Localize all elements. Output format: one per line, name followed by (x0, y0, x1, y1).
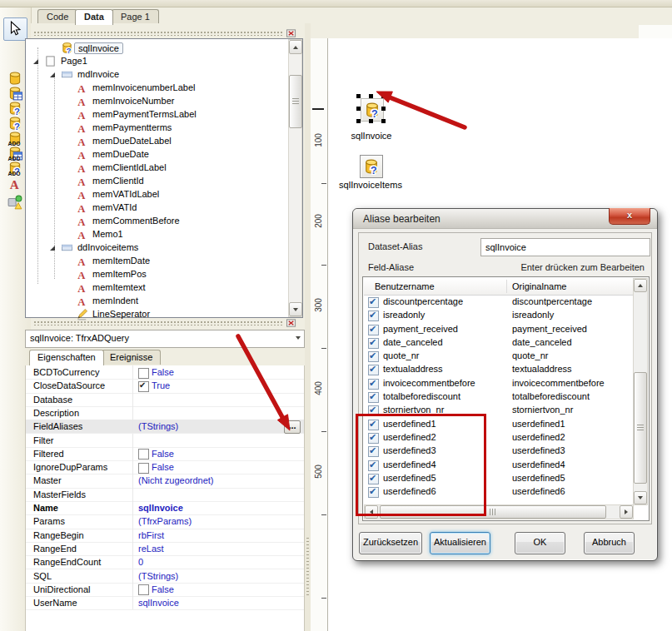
tab-data[interactable]: Data (75, 9, 113, 25)
tree-item[interactable]: memClientId (26, 175, 276, 188)
tree-item[interactable]: memDueDateLabel (26, 135, 276, 148)
tree-item-label[interactable]: memClientId (92, 176, 144, 186)
object-selector-combobox[interactable]: sqlInvoice: TfrxADQuery (25, 330, 305, 348)
column-benutzername[interactable]: Benutzername (375, 281, 435, 291)
property-value[interactable]: False (152, 449, 174, 459)
tree-item-label[interactable]: memInvoiceNumber (92, 96, 174, 106)
checkbox-unchecked[interactable] (138, 463, 149, 474)
tab-code[interactable]: Code (37, 9, 77, 24)
scroll-right-button[interactable] (620, 505, 633, 519)
scroll-down-button[interactable] (634, 491, 647, 504)
column-splitter[interactable] (132, 514, 133, 528)
tree-item[interactable]: Memo1 (26, 228, 276, 241)
list-vertical-scrollbar[interactable] (633, 278, 648, 505)
select-pointer-tool[interactable] (3, 17, 27, 41)
field-checkbox-checked[interactable] (368, 338, 379, 349)
property-value[interactable]: False (152, 462, 174, 472)
ado-table-tool[interactable] (6, 146, 24, 161)
tree-item[interactable]: memClientIdLabel (26, 161, 276, 175)
selection-handle[interactable] (381, 107, 386, 111)
scroll-down-button[interactable] (289, 302, 302, 316)
scrollbar-thumb[interactable] (634, 372, 647, 484)
column-splitter[interactable] (132, 542, 133, 555)
tree-item-label[interactable]: memClientIdLabel (92, 162, 167, 172)
text-object-tool[interactable] (6, 176, 24, 191)
column-splitter[interactable] (132, 474, 133, 487)
dataset-alias-input[interactable]: sqlInvoice (480, 238, 650, 256)
column-splitter[interactable] (132, 447, 133, 460)
tree-item[interactable]: mdInvoice (26, 68, 276, 82)
field-alias-row[interactable]: invoicecommentbefore invoicecommentbefor… (364, 377, 634, 390)
tree-item[interactable]: memInvoicenumberLabel (26, 82, 276, 95)
selection-handle[interactable] (356, 94, 361, 98)
column-splitter[interactable] (132, 583, 133, 596)
column-splitter[interactable] (132, 365, 133, 379)
tree-item-label[interactable]: memItemtext (92, 282, 146, 292)
tree-item-label[interactable]: memItemPos (92, 269, 147, 279)
tree-item[interactable]: Page1 (26, 55, 276, 68)
tree-item-label[interactable]: memInvoicenumberLabel (92, 82, 196, 92)
tree-item-label[interactable]: Memo1 (92, 229, 123, 239)
column-splitter[interactable] (132, 379, 133, 392)
tab-eigenschaften[interactable]: Eigenschaften (29, 350, 104, 365)
zuruecksetzen-button[interactable]: Zurücksetzen (359, 532, 422, 554)
property-row[interactable]: CloseDataSourceTrue (26, 379, 304, 393)
column-splitter[interactable] (132, 596, 133, 609)
property-row-name[interactable]: NamesqlInvoice (26, 501, 304, 515)
property-value[interactable]: sqlInvoice (138, 503, 183, 513)
field-alias-row[interactable]: quote_nr quote_nr (364, 350, 634, 363)
tree-item-label[interactable]: LineSeperator (92, 309, 150, 319)
selection-handle[interactable] (369, 94, 373, 98)
tree-item-label[interactable]: memPaymentTermsLabel (92, 109, 197, 119)
field-checkbox-checked[interactable] (368, 325, 379, 335)
property-row[interactable]: Description (26, 406, 304, 420)
property-value[interactable]: sqlInvoice (138, 598, 179, 608)
field-checkbox-checked[interactable] (368, 351, 379, 362)
property-value[interactable]: (Nicht zugeordnet) (138, 475, 214, 485)
tree-item[interactable]: memPaymentTermsLabel (26, 108, 276, 122)
checkbox-unchecked[interactable] (138, 449, 149, 460)
column-splitter[interactable] (132, 434, 133, 447)
selection-handle[interactable] (381, 94, 386, 98)
tree-item[interactable]: memItemtext (26, 281, 276, 295)
tab-page1[interactable]: Page 1 (112, 9, 159, 24)
tree-item-label[interactable]: memVATIdLabel (92, 189, 159, 199)
tree-item[interactable]: memVATId (26, 201, 276, 215)
property-row[interactable]: RangeEndreLast (26, 542, 304, 556)
tree-item[interactable]: memInvoiceNumber (26, 95, 276, 108)
column-splitter[interactable] (132, 460, 133, 474)
tree-item[interactable]: LineSeperator (26, 308, 276, 321)
property-row[interactable]: RangeEndCount0 (26, 555, 304, 569)
sqlinvoice-component[interactable] (361, 98, 384, 122)
column-splitter[interactable] (132, 406, 133, 420)
property-value[interactable]: 0 (138, 557, 143, 567)
scroll-up-button[interactable] (634, 279, 647, 292)
checkbox-checked[interactable] (138, 381, 149, 392)
selection-handle[interactable] (369, 119, 373, 123)
tree-item[interactable]: memIndent (26, 295, 276, 308)
aktualisieren-button[interactable]: Aktualisieren (430, 532, 490, 554)
selection-handle[interactable] (356, 119, 361, 123)
db-query-tool[interactable] (6, 101, 24, 116)
tree-item-label[interactable]: memItemDate (92, 256, 150, 266)
property-row[interactable]: Database (26, 393, 304, 407)
field-checkbox-checked[interactable] (368, 392, 379, 403)
property-row[interactable]: BCDToCurrencyFalse (26, 365, 304, 380)
tree-panel-grip[interactable] (33, 31, 283, 36)
property-value[interactable]: False (152, 367, 174, 377)
field-alias-row[interactable]: date_canceled date_canceled (364, 336, 634, 350)
property-row[interactable]: IgnoreDupParamsFalse (26, 460, 304, 474)
tree-item[interactable]: memCommentBefore (26, 215, 276, 228)
ellipsis-editor-button[interactable]: ... (284, 420, 301, 434)
column-splitter[interactable] (132, 501, 133, 514)
sqlinvoiceitems-component[interactable] (360, 155, 383, 178)
column-splitter[interactable] (132, 488, 133, 501)
property-value[interactable]: False (152, 584, 174, 594)
close-tree-panel-icon[interactable] (286, 28, 297, 38)
scroll-up-button[interactable] (289, 40, 302, 54)
expander-icon[interactable] (32, 58, 39, 65)
field-alias-row[interactable]: totalbeforediscount totalbeforediscount (364, 390, 634, 404)
column-splitter[interactable] (132, 393, 133, 406)
ok-button[interactable]: OK (515, 532, 565, 554)
field-checkbox-checked[interactable] (368, 311, 379, 321)
